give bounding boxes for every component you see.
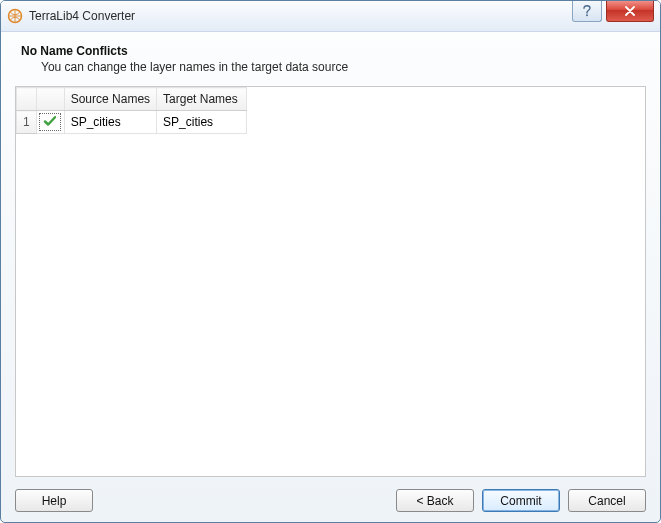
window-title: TerraLib4 Converter (29, 9, 135, 23)
help-button-footer[interactable]: Help (15, 489, 93, 512)
dialog-body: No Name Conflicts You can change the lay… (1, 32, 660, 522)
close-button[interactable] (606, 1, 654, 22)
commit-button[interactable]: Commit (482, 489, 560, 512)
help-button[interactable] (572, 1, 602, 22)
status-cell (36, 111, 64, 134)
title-controls (572, 1, 660, 31)
titlebar: TerraLib4 Converter (1, 1, 660, 32)
names-table[interactable]: Source Names Target Names 1 (16, 87, 247, 134)
app-icon (7, 8, 23, 24)
names-table-panel: Source Names Target Names 1 (15, 86, 646, 477)
svg-point-1 (586, 14, 588, 16)
dialog-window: TerraLib4 Converter No Name Conflicts Yo… (0, 0, 661, 523)
button-bar: Help < Back Commit Cancel (15, 477, 646, 512)
col-target-header[interactable]: Target Names (157, 88, 247, 111)
back-button[interactable]: < Back (396, 489, 474, 512)
check-icon (43, 115, 57, 130)
cancel-button[interactable]: Cancel (568, 489, 646, 512)
col-status-header (36, 88, 64, 111)
source-name-cell[interactable]: SP_cities (64, 111, 156, 134)
table-corner (17, 88, 37, 111)
heading-title: No Name Conflicts (21, 44, 642, 58)
page-heading: No Name Conflicts You can change the lay… (15, 44, 646, 82)
heading-subtitle: You can change the layer names in the ta… (21, 60, 642, 74)
table-row[interactable]: 1 SP_cities SP_cities (17, 111, 247, 134)
col-source-header[interactable]: Source Names (64, 88, 156, 111)
target-name-cell[interactable]: SP_cities (157, 111, 247, 134)
row-number: 1 (17, 111, 37, 134)
